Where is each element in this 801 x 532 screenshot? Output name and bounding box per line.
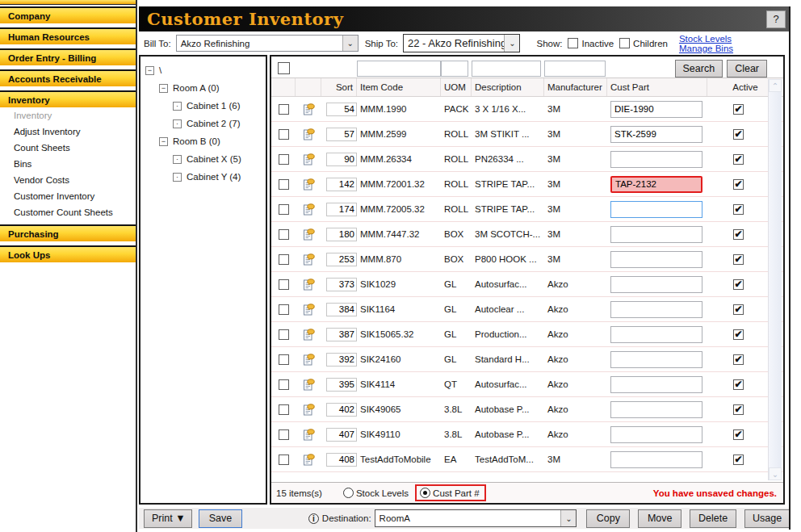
cust-part-input[interactable]	[610, 226, 702, 243]
note-icon[interactable]	[299, 228, 318, 241]
row-checkbox[interactable]	[279, 354, 289, 365]
sidebar-section-human-resources[interactable]: Human Resources	[0, 27, 136, 44]
uom-filter-input[interactable]	[441, 61, 468, 77]
sort-input[interactable]	[326, 178, 357, 191]
manage-bins-link[interactable]: Manage Bins	[679, 44, 733, 53]
cust-part-input[interactable]	[610, 301, 702, 318]
tree-leaf-icon[interactable]: ·	[173, 173, 182, 182]
row-checkbox[interactable]	[279, 104, 289, 115]
sort-input[interactable]	[326, 453, 357, 467]
row-checkbox[interactable]	[279, 254, 289, 265]
copy-button[interactable]: Copy	[586, 509, 630, 528]
print-button[interactable]: Print ▼	[144, 509, 192, 528]
cust-part-input[interactable]	[610, 251, 702, 268]
tree-node[interactable]: −Room A (0)	[145, 79, 266, 97]
description-filter-input[interactable]	[472, 61, 541, 77]
note-icon[interactable]	[299, 128, 318, 140]
active-checkbox[interactable]: ✔	[733, 254, 744, 265]
row-checkbox[interactable]	[279, 129, 289, 140]
row-checkbox[interactable]	[279, 204, 289, 215]
row-checkbox[interactable]	[279, 154, 289, 165]
row-checkbox[interactable]	[279, 455, 289, 465]
cust-part-input[interactable]	[610, 201, 702, 218]
column-header-item-code[interactable]: Item Code	[357, 78, 441, 96]
tree-node[interactable]: ·Cabinet 1 (6)	[145, 97, 266, 115]
note-icon[interactable]	[299, 103, 318, 115]
note-icon[interactable]	[299, 428, 318, 441]
tree-collapse-icon[interactable]: −	[159, 137, 168, 146]
row-checkbox[interactable]	[279, 179, 289, 190]
table-scrollbar[interactable]: ⌃ ⌄	[768, 79, 782, 480]
sidebar-item-vendor-costs[interactable]: Vendor Costs	[0, 172, 136, 188]
sort-input[interactable]	[326, 153, 357, 166]
usage-button[interactable]: Usage	[744, 509, 790, 528]
tree-collapse-icon[interactable]: −	[159, 84, 168, 93]
tree-node[interactable]: −\	[145, 61, 266, 79]
active-checkbox[interactable]: ✔	[733, 379, 744, 390]
delete-button[interactable]: Delete	[690, 509, 736, 528]
sort-input[interactable]	[326, 378, 357, 392]
cust-part-radio[interactable]: Cust Part #	[420, 488, 480, 498]
note-icon[interactable]	[299, 253, 318, 266]
active-checkbox[interactable]: ✔	[733, 154, 744, 165]
note-icon[interactable]	[299, 203, 318, 216]
bill-to-select[interactable]: Akzo Refinishing ⌄	[176, 35, 359, 52]
cust-part-input[interactable]	[610, 451, 702, 468]
sidebar-item-bins[interactable]: Bins	[0, 156, 136, 172]
active-checkbox[interactable]: ✔	[733, 304, 744, 315]
tree-node[interactable]: ·Cabinet Y (4)	[145, 168, 266, 186]
note-icon[interactable]	[299, 178, 318, 191]
sort-input[interactable]	[326, 253, 357, 266]
active-checkbox[interactable]: ✔	[733, 229, 744, 240]
sidebar-item-adjust-inventory[interactable]: Adjust Inventory	[0, 124, 136, 140]
row-checkbox[interactable]	[279, 379, 289, 390]
cust-part-input[interactable]	[610, 176, 702, 193]
sidebar-section-company[interactable]: Company	[0, 6, 136, 23]
active-checkbox[interactable]: ✔	[733, 279, 744, 290]
active-checkbox[interactable]: ✔	[733, 329, 744, 340]
note-icon[interactable]	[299, 328, 318, 341]
sidebar-section-purchasing[interactable]: Purchasing	[0, 224, 136, 241]
sort-input[interactable]	[326, 328, 357, 341]
sidebar-section-inventory[interactable]: Inventory	[0, 90, 136, 107]
active-checkbox[interactable]: ✔	[733, 204, 744, 215]
help-button[interactable]: ?	[766, 10, 786, 28]
save-button[interactable]: Save	[199, 509, 242, 528]
active-checkbox[interactable]: ✔	[733, 455, 744, 465]
cust-part-input[interactable]	[610, 101, 702, 118]
tree-leaf-icon[interactable]: ·	[173, 155, 182, 164]
row-checkbox[interactable]	[279, 279, 289, 290]
row-checkbox[interactable]	[279, 304, 289, 315]
stock-levels-link[interactable]: Stock Levels	[679, 34, 732, 44]
sidebar-item-count-sheets[interactable]: Count Sheets	[0, 140, 136, 156]
scroll-down-icon[interactable]: ⌄	[769, 467, 782, 480]
note-icon[interactable]	[299, 153, 318, 165]
tree-node[interactable]: −Room B (0)	[145, 132, 266, 150]
tree-leaf-icon[interactable]: ·	[173, 119, 182, 128]
note-icon[interactable]	[299, 403, 318, 416]
note-icon[interactable]	[299, 303, 318, 316]
destination-select[interactable]: RoomA ⌄	[375, 509, 577, 527]
cust-part-input[interactable]	[610, 351, 702, 368]
scroll-up-icon[interactable]: ⌃	[769, 79, 782, 92]
sort-input[interactable]	[326, 128, 357, 141]
move-button[interactable]: Move	[638, 509, 681, 528]
column-header-description[interactable]: Description	[472, 78, 544, 96]
sort-input[interactable]	[326, 228, 357, 241]
column-header-sort[interactable]: Sort	[321, 78, 357, 96]
column-header-manufacturer[interactable]: Manufacturer	[544, 78, 607, 96]
clear-button[interactable]: Clear	[727, 60, 767, 77]
manufacturer-filter-input[interactable]	[544, 61, 606, 77]
active-checkbox[interactable]: ✔	[733, 404, 744, 415]
sort-input[interactable]	[326, 403, 357, 417]
row-checkbox[interactable]	[279, 329, 289, 340]
tree-collapse-icon[interactable]: −	[145, 66, 154, 75]
active-checkbox[interactable]: ✔	[733, 354, 744, 365]
active-checkbox[interactable]: ✔	[733, 179, 744, 190]
cust-part-input[interactable]	[610, 376, 702, 393]
note-icon[interactable]	[299, 453, 318, 466]
sidebar-item-customer-count-sheets[interactable]: Customer Count Sheets	[0, 204, 136, 220]
note-icon[interactable]	[299, 278, 318, 291]
sidebar-section-order-entry-billing[interactable]: Order Entry - Billing	[0, 48, 136, 65]
active-checkbox[interactable]: ✔	[733, 129, 744, 140]
